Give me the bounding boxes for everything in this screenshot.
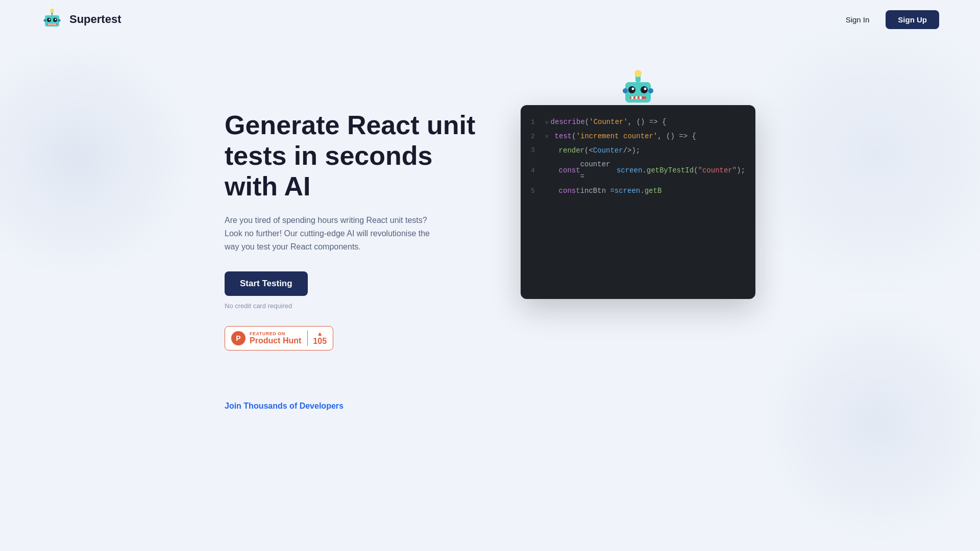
ph-upvote-arrow: ▲: [317, 331, 323, 337]
svg-rect-14: [625, 82, 651, 103]
join-section: Join Thousands of Developers: [184, 381, 796, 411]
svg-point-6: [55, 19, 57, 20]
cta-block: Start Testing No credit card required: [225, 271, 490, 310]
code-line-3: 3 render (< Counter />);: [521, 144, 755, 158]
code-line-5: 5 const incBtn = screen . getB: [521, 184, 755, 198]
ph-name: Product Hunt: [250, 336, 301, 345]
svg-rect-23: [635, 96, 638, 99]
signup-button[interactable]: Sign Up: [886, 10, 939, 29]
code-line-1: 1 v describe ( 'Counter' , () => {: [521, 115, 755, 130]
nav-actions: Sign In Sign Up: [838, 10, 939, 29]
svg-point-5: [49, 19, 51, 20]
start-testing-button[interactable]: Start Testing: [225, 271, 308, 296]
navbar: Supertest Sign In Sign Up: [0, 0, 980, 39]
svg-point-16: [634, 70, 642, 77]
svg-point-18: [641, 86, 648, 93]
bg-decoration-left: [0, 31, 204, 286]
svg-point-2: [50, 9, 54, 13]
hero-subtitle: Are you tired of spending hours writing …: [225, 214, 439, 253]
svg-point-20: [644, 88, 647, 90]
join-link[interactable]: Join Thousands of Developers: [225, 402, 344, 410]
svg-rect-9: [51, 23, 52, 25]
svg-point-17: [628, 86, 635, 93]
code-line-2: 2 v test ( 'increment counter' , () => {: [521, 130, 755, 144]
robot-icon: [618, 69, 658, 110]
hero-right: 1 v describe ( 'Counter' , () => { 2 v t…: [521, 69, 755, 299]
svg-rect-11: [55, 23, 56, 25]
svg-point-25: [623, 88, 628, 93]
svg-point-26: [648, 88, 653, 93]
hero-left: Generate React unit tests in seconds wit…: [225, 69, 490, 350]
logo-link[interactable]: Supertest: [41, 8, 121, 31]
no-credit-card-text: No credit card required: [225, 302, 490, 310]
svg-point-19: [632, 88, 634, 90]
logo-text: Supertest: [69, 13, 121, 26]
svg-rect-22: [631, 96, 633, 99]
ph-count: 105: [313, 337, 327, 346]
product-hunt-logo: P: [231, 331, 246, 345]
ph-count-block: ▲ 105: [307, 331, 327, 346]
signin-button[interactable]: Sign In: [838, 11, 878, 28]
product-hunt-text: FEATURED ON Product Hunt: [250, 331, 301, 345]
code-line-4: 4 const counter = screen . getByTestId (…: [521, 158, 755, 184]
hero-section: Generate React unit tests in seconds wit…: [184, 39, 796, 381]
product-hunt-badge[interactable]: P FEATURED ON Product Hunt ▲ 105: [225, 326, 333, 350]
svg-rect-10: [53, 23, 54, 25]
svg-point-13: [58, 19, 61, 22]
svg-rect-8: [48, 23, 50, 25]
logo-icon: [41, 8, 63, 31]
hero-title: Generate React unit tests in seconds wit…: [225, 110, 490, 202]
svg-rect-24: [640, 96, 642, 99]
svg-point-12: [44, 19, 46, 22]
code-editor: 1 v describe ( 'Counter' , () => { 2 v t…: [521, 105, 755, 299]
ph-featured-label: FEATURED ON: [250, 331, 301, 336]
